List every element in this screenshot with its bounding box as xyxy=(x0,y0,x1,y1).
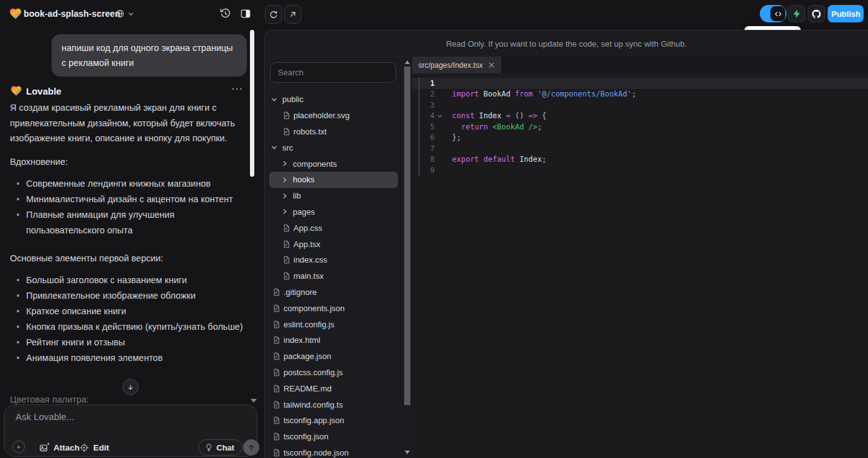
tree-item-readme.md[interactable]: README.md xyxy=(269,380,398,396)
plus-icon xyxy=(17,444,21,451)
tree-item-app.tsx[interactable]: App.tsx xyxy=(269,236,398,252)
edit-target-icon xyxy=(79,442,90,453)
tree-item-public[interactable]: public xyxy=(269,91,398,108)
tree-item-package.json[interactable]: package.json xyxy=(269,348,398,365)
file-icon xyxy=(272,385,284,393)
tree-item-lib[interactable]: lib xyxy=(269,188,398,204)
tree-item-label: postcss.config.js xyxy=(284,368,343,377)
code-viewer-toggle[interactable] xyxy=(760,5,787,22)
tree-scrollbar-thumb[interactable] xyxy=(404,67,410,405)
supabase-button[interactable] xyxy=(788,5,805,22)
history-icon[interactable] xyxy=(219,7,232,20)
chat-mode-button[interactable]: Chat xyxy=(198,439,242,456)
send-button[interactable] xyxy=(243,439,259,456)
tree-item-app.css[interactable]: App.css xyxy=(269,220,398,236)
code-viewer-panel: Read Only. If you want to update the cod… xyxy=(264,30,868,458)
file-explorer: publicplaceholder.svgrobots.txtsrccompon… xyxy=(265,57,402,458)
tree-item-label: components xyxy=(293,159,337,169)
scroll-down-arrow-icon[interactable] xyxy=(405,451,410,454)
arrow-down-icon xyxy=(127,383,134,391)
message-more-menu-icon[interactable] xyxy=(231,87,242,91)
tree-item-label: main.tsx xyxy=(293,271,323,281)
assistant-name: Lovable xyxy=(26,86,62,96)
tree-item-label: public xyxy=(282,95,303,104)
tree-item-robots.txt[interactable]: robots.txt xyxy=(269,124,398,140)
code-line-7: 7 xyxy=(412,143,868,154)
list-item: Анимация появления элементов xyxy=(10,350,246,366)
chat-scrollbar-down-arrow-icon[interactable] xyxy=(251,399,257,403)
file-icon xyxy=(272,304,284,312)
list-item: Привлекательное изображение обложки xyxy=(10,288,246,304)
project-chevron-down-icon[interactable] xyxy=(127,11,134,17)
file-tree: publicplaceholder.svgrobots.txtsrccompon… xyxy=(265,91,402,458)
open-external-button[interactable] xyxy=(284,5,302,24)
lovable-app: book-ad-splash-screen Publish Code view xyxy=(0,0,868,458)
tree-item-label: components.json xyxy=(284,304,344,313)
code-line-2: 2import BookAd from '@/components/BookAd… xyxy=(412,89,868,100)
project-name[interactable]: book-ad-splash-screen xyxy=(24,9,120,19)
fold-chevron-icon[interactable] xyxy=(435,113,445,119)
code-area[interactable]: 12import BookAd from '@/components/BookA… xyxy=(412,73,868,458)
tree-item-label: index.html xyxy=(284,335,320,345)
tree-item-label: README.md xyxy=(284,384,331,393)
user-message-bubble: напиши код для одного экрана страницы с … xyxy=(52,34,247,77)
code-line-3: 3 xyxy=(412,100,868,111)
edit-button[interactable]: Edit xyxy=(79,442,109,453)
tree-item-tailwind.config.ts[interactable]: tailwind.config.ts xyxy=(269,396,398,413)
tree-item-label: .gitignore xyxy=(284,287,316,297)
search-input[interactable] xyxy=(270,62,396,83)
tree-item-placeholder.svg[interactable]: placeholder.svg xyxy=(269,108,398,124)
line-number: 9 xyxy=(412,166,435,175)
chevron-right-icon xyxy=(282,161,293,167)
list-item: Минималистичный дизайн с акцентом на кон… xyxy=(10,192,246,207)
attach-label: Attach xyxy=(53,443,80,452)
list-item: Большой заголовок с названием книги xyxy=(10,273,246,288)
refresh-button[interactable] xyxy=(265,5,282,24)
list-item: Современные лендинги книжных магазинов xyxy=(10,176,246,192)
file-icon xyxy=(272,288,284,296)
tree-item-postcss.config.js[interactable]: postcss.config.js xyxy=(269,365,398,381)
tree-item-label: App.tsx xyxy=(293,240,320,249)
tree-item-eslint.config.js[interactable]: eslint.config.js xyxy=(269,316,398,332)
close-tab-icon[interactable] xyxy=(488,62,495,68)
tree-item-main.tsx[interactable]: main.tsx xyxy=(269,268,398,284)
chevron-down-icon xyxy=(271,144,282,151)
tree-item-label: robots.txt xyxy=(293,127,326,136)
chat-input-box: Attach Edit Chat xyxy=(4,404,257,457)
tree-item-label: tailwind.config.ts xyxy=(284,400,343,409)
tab-index-tsx[interactable]: src/pages/Index.tsx xyxy=(412,57,501,73)
clipped-heading: Цветовая палитра: xyxy=(10,395,89,404)
tree-item-src[interactable]: src xyxy=(269,139,398,156)
scroll-to-bottom-button[interactable] xyxy=(122,379,139,395)
tree-item-.gitignore[interactable]: .gitignore xyxy=(269,284,398,301)
attach-image-icon xyxy=(39,442,50,453)
github-icon xyxy=(812,9,821,19)
chat-mode-label: Chat xyxy=(216,443,234,452)
chat-scrollbar-thumb[interactable] xyxy=(250,30,254,177)
tree-item-components[interactable]: components xyxy=(269,156,398,172)
github-button[interactable] xyxy=(808,5,825,22)
tree-scrollbar[interactable] xyxy=(402,57,412,458)
tree-item-tsconfig.app.json[interactable]: tsconfig.app.json xyxy=(269,413,398,429)
tree-item-label: tsconfig.app.json xyxy=(284,416,344,425)
tree-item-hooks[interactable]: hooks xyxy=(269,172,398,188)
file-icon xyxy=(282,128,293,136)
add-button[interactable] xyxy=(12,441,25,453)
tree-item-tsconfig.node.json[interactable]: tsconfig.node.json xyxy=(269,445,398,458)
tree-item-pages[interactable]: pages xyxy=(269,204,398,220)
attach-button[interactable]: Attach xyxy=(39,442,80,453)
file-icon xyxy=(282,240,293,248)
scroll-up-arrow-icon[interactable] xyxy=(405,60,410,64)
publish-button[interactable]: Publish xyxy=(828,5,864,22)
code-text: const Index = () => { xyxy=(445,111,547,120)
section-title-inspiration: Вдохновение: xyxy=(10,157,249,167)
chat-input[interactable] xyxy=(14,410,247,436)
panel-layout-icon[interactable] xyxy=(240,8,251,19)
tree-item-index.html[interactable]: index.html xyxy=(269,332,398,348)
code-line-5: 5 return <BookAd />; xyxy=(412,121,868,133)
lightbulb-icon xyxy=(205,443,213,452)
tree-item-components.json[interactable]: components.json xyxy=(269,300,398,316)
tree-item-index.css[interactable]: index.css xyxy=(269,252,398,268)
tree-item-tsconfig.json[interactable]: tsconfig.json xyxy=(269,429,398,445)
gutter-decoration xyxy=(418,78,420,176)
